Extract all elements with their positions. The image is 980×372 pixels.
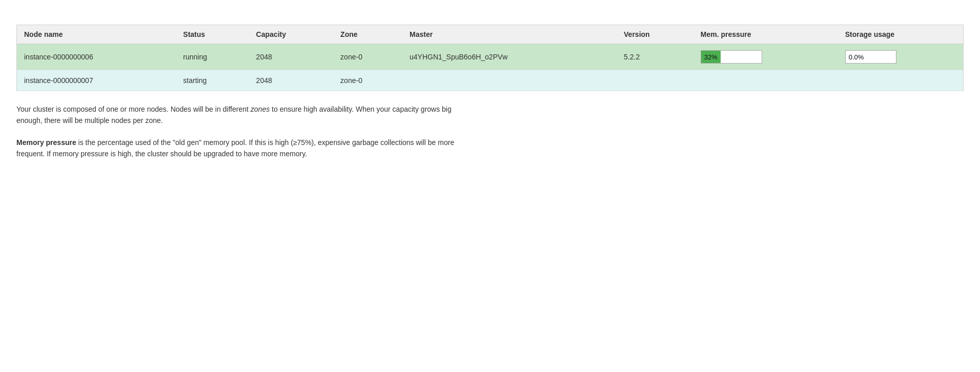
cell-capacity: 2048 (249, 70, 334, 91)
memory-note: Memory pressure is the percentage used o… (16, 137, 478, 160)
cell-node-name: instance-0000000006 (17, 44, 176, 70)
table-body: instance-0000000006running2048zone-0u4YH… (17, 44, 964, 91)
description-text: Your cluster is composed of one or more … (16, 104, 478, 127)
cell-version (617, 70, 693, 91)
cell-status: running (176, 44, 249, 70)
storage-bar: 0.0% (845, 50, 896, 64)
node-table: Node name Status Capacity Zone Master Ve… (16, 25, 964, 91)
col-header-status: Status (176, 25, 249, 44)
cell-storage-usage: 0.0% (838, 44, 964, 70)
col-header-mem-pressure: Mem. pressure (693, 25, 838, 44)
storage-bar-label: 0.0% (846, 53, 867, 61)
cell-node-name: instance-0000000007 (17, 70, 176, 91)
cell-mem-pressure: 32% (693, 44, 838, 70)
mem-pressure-label: 32% (701, 53, 721, 61)
cell-master (402, 70, 617, 91)
table-row: instance-0000000007starting2048zone-0 (17, 70, 964, 91)
cell-master: u4YHGN1_SpuB6o6H_o2PVw (402, 44, 617, 70)
table-header: Node name Status Capacity Zone Master Ve… (17, 25, 964, 44)
node-table-container: Node name Status Capacity Zone Master Ve… (16, 25, 964, 91)
cell-capacity: 2048 (249, 44, 334, 70)
col-header-version: Version (617, 25, 693, 44)
cell-zone: zone-0 (333, 70, 402, 91)
cell-mem-pressure (693, 70, 838, 91)
mem-pressure-bar: 32% (701, 50, 762, 64)
col-header-master: Master (402, 25, 617, 44)
cell-zone: zone-0 (333, 44, 402, 70)
table-row: instance-0000000006running2048zone-0u4YH… (17, 44, 964, 70)
cell-version: 5.2.2 (617, 44, 693, 70)
col-header-node-name: Node name (17, 25, 176, 44)
cell-status: starting (176, 70, 249, 91)
col-header-storage-usage: Storage usage (838, 25, 964, 44)
cell-storage-usage (838, 70, 964, 91)
col-header-zone: Zone (333, 25, 402, 44)
col-header-capacity: Capacity (249, 25, 334, 44)
